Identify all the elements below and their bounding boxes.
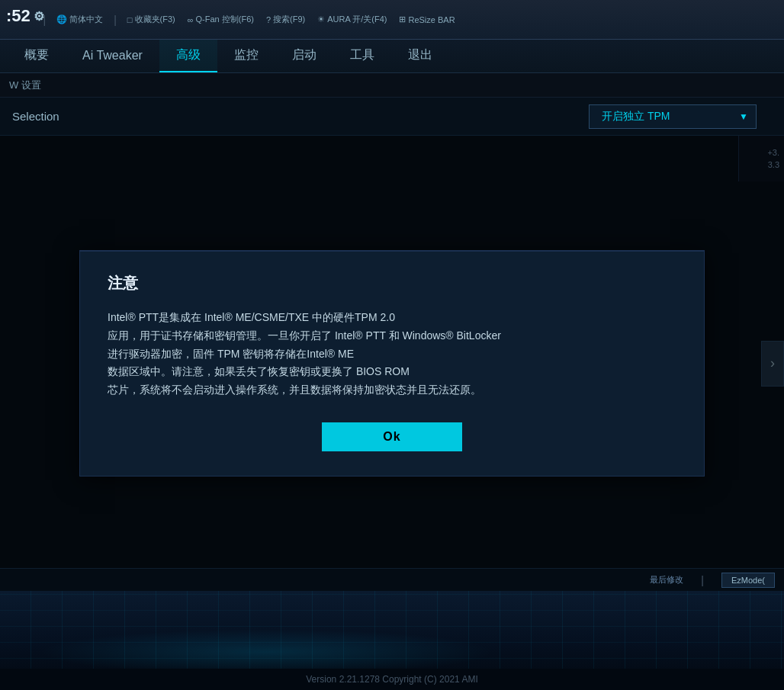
bookmarks-button[interactable]: □ 收藏夹(F3)	[124, 12, 179, 27]
ok-button[interactable]: Ok	[322, 422, 461, 451]
resize-label: ReSize BAR	[408, 15, 455, 24]
clock-time: :52	[6, 6, 31, 26]
circuit-glow	[38, 629, 496, 675]
header-separator-2: |	[114, 14, 117, 26]
status-bar: 最后修改 | EzMode(	[0, 568, 784, 591]
aura-icon: ☀	[317, 14, 325, 24]
aura-label: AURA 开/关(F4)	[327, 14, 387, 25]
nav-item-monitor[interactable]: 监控	[217, 40, 275, 72]
ezmode-button[interactable]: EzMode(	[721, 573, 775, 588]
search-button[interactable]: ? 搜索(F9)	[262, 12, 309, 27]
dropdown-arrow-icon: ▼	[739, 111, 748, 122]
nav-item-exit[interactable]: 退出	[391, 40, 449, 72]
version-text: Version 2.21.1278 Copyright (C) 2021 AMI	[306, 674, 477, 685]
navigation-bar: 概要 Ai Tweaker 高级 监控 启动 工具 退出	[0, 40, 784, 73]
selection-label: Selection	[12, 110, 59, 123]
resize-bar-button[interactable]: ⊞ ReSize BAR	[395, 13, 458, 26]
breadcrumb-text: W 设置	[9, 79, 41, 92]
language-selector[interactable]: 🌐 简体中文	[53, 12, 107, 27]
notice-dialog: 注意 Intel® PTT是集成在 Intel® ME/CSME/TXE 中的硬…	[79, 250, 705, 477]
dialog-title: 注意	[108, 273, 676, 294]
aura-button[interactable]: ☀ AURA 开/关(F4)	[313, 12, 390, 27]
version-bar: Version 2.21.1278 Copyright (C) 2021 AMI	[0, 669, 784, 690]
language-label: 简体中文	[69, 14, 103, 25]
gear-icon: ⚙	[34, 9, 44, 24]
clock-display: :52 ⚙	[6, 6, 44, 26]
header-bar: :52 ⚙ | 🌐 简体中文 | □ 收藏夹(F3) ∞ Q-Fan 控制(F6…	[0, 0, 784, 40]
breadcrumb: W 设置	[0, 73, 784, 98]
nav-item-advanced[interactable]: 高级	[159, 40, 217, 72]
nav-item-boot[interactable]: 启动	[275, 40, 333, 72]
bookmarks-label: 收藏夹(F3)	[135, 14, 175, 25]
last-modified-label: 最后修改	[650, 574, 683, 586]
tpm-dropdown-value: 开启独立 TPM	[602, 110, 670, 124]
dialog-body: Intel® PTT是集成在 Intel® ME/CSME/TXE 中的硬件TP…	[108, 309, 676, 400]
bookmarks-icon: □	[127, 15, 133, 24]
search-icon: ?	[266, 15, 271, 24]
dialog-overlay: 注意 Intel® PTT是集成在 Intel® ME/CSME/TXE 中的硬…	[0, 136, 784, 591]
search-label: 搜索(F9)	[273, 14, 305, 25]
qfan-label: Q-Fan 控制(F6)	[196, 14, 254, 25]
qfan-button[interactable]: ∞ Q-Fan 控制(F6)	[184, 12, 258, 27]
language-icon: 🌐	[56, 14, 67, 24]
selection-row: Selection 开启独立 TPM ▼	[0, 98, 784, 136]
tpm-dropdown[interactable]: 开启独立 TPM ▼	[589, 104, 757, 129]
nav-item-ai-tweaker[interactable]: Ai Tweaker	[66, 40, 159, 72]
nav-item-tools[interactable]: 工具	[333, 40, 391, 72]
nav-item-overview[interactable]: 概要	[8, 40, 66, 72]
qfan-icon: ∞	[188, 15, 194, 24]
status-separator: |	[701, 574, 704, 586]
dialog-body-text: Intel® PTT是集成在 Intel® ME/CSME/TXE 中的硬件TP…	[108, 311, 501, 396]
resize-icon: ⊞	[399, 14, 406, 24]
last-modified-text: 最后修改	[650, 574, 683, 586]
